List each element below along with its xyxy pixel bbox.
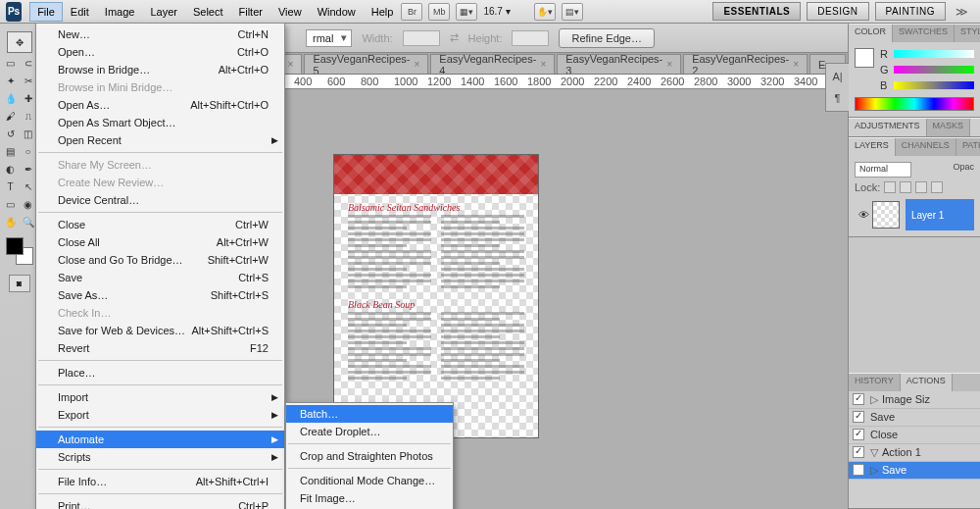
- path-tool[interactable]: ↖: [21, 178, 36, 194]
- submenu-item[interactable]: Crop and Straighten Photos: [286, 447, 453, 465]
- submenu-item[interactable]: Batch…: [286, 405, 453, 423]
- menu-help[interactable]: Help: [364, 2, 402, 22]
- menu-item[interactable]: Scripts▶: [36, 448, 284, 466]
- minibridge-icon[interactable]: Mb: [428, 3, 450, 21]
- submenu-item[interactable]: Fit Image…: [286, 489, 453, 507]
- character-icon[interactable]: A|: [828, 68, 847, 85]
- mode-select[interactable]: rmal: [306, 29, 352, 47]
- menu-item[interactable]: RevertF12: [36, 339, 284, 357]
- swap-icon[interactable]: ⇄: [450, 31, 459, 44]
- color-swatch[interactable]: [855, 48, 874, 68]
- lock-all-icon[interactable]: [931, 181, 943, 193]
- document-tab[interactable]: EasyVeganRecipes-2×: [683, 54, 808, 74]
- action-row[interactable]: ▽Action 1: [849, 444, 980, 462]
- document[interactable]: Balsamic Seitan Sandwiches Black Bean So…: [333, 154, 539, 438]
- tab-actions[interactable]: ACTIONS: [901, 374, 953, 391]
- workspace-essentials[interactable]: ESSENTIALS: [712, 2, 801, 21]
- menu-file[interactable]: File: [29, 2, 63, 22]
- close-icon[interactable]: ×: [540, 59, 546, 70]
- workspace-design[interactable]: DESIGN: [807, 2, 868, 21]
- layer-thumbnail[interactable]: [872, 201, 900, 229]
- action-row[interactable]: ▷Image Siz: [849, 391, 980, 409]
- menu-item[interactable]: Open Recent▶: [36, 131, 284, 149]
- close-icon[interactable]: ×: [793, 59, 799, 70]
- tab-history[interactable]: HISTORY: [849, 374, 901, 391]
- menu-item[interactable]: Save As…Shift+Ctrl+S: [36, 286, 284, 304]
- menu-item[interactable]: Automate▶: [36, 431, 284, 448]
- b-slider[interactable]: [894, 81, 974, 89]
- marquee-tool[interactable]: ▭: [3, 55, 19, 71]
- menu-item[interactable]: File Info…Alt+Shift+Ctrl+I: [36, 473, 284, 490]
- color-swatches[interactable]: [6, 237, 33, 265]
- menu-view[interactable]: View: [270, 2, 310, 22]
- viewextras-icon[interactable]: ▦▾: [456, 3, 477, 21]
- checkbox-icon[interactable]: [853, 429, 864, 440]
- menu-item[interactable]: CloseCtrl+W: [36, 216, 284, 233]
- action-row[interactable]: Close: [849, 427, 980, 444]
- 3d-tool[interactable]: ◉: [21, 196, 36, 212]
- menu-item[interactable]: Close and Go To Bridge…Shift+Ctrl+W: [36, 251, 284, 269]
- bridge-icon[interactable]: Br: [401, 3, 422, 21]
- lock-position-icon[interactable]: [915, 181, 927, 193]
- brush-tool[interactable]: 🖌: [3, 108, 19, 124]
- document-tab[interactable]: EasyVeganRecipes-3×: [557, 54, 681, 74]
- document-tab[interactable]: EasyVeganRecipes-5×: [304, 54, 428, 74]
- tab-paths[interactable]: PATH: [956, 138, 980, 156]
- checkbox-icon[interactable]: [853, 446, 864, 458]
- submenu-item[interactable]: Conditional Mode Change…: [286, 472, 453, 489]
- layer-row[interactable]: 👁 Layer 1: [855, 199, 974, 230]
- checkbox-icon[interactable]: [853, 464, 864, 476]
- lasso-tool[interactable]: ⊂: [21, 55, 36, 71]
- arrange-icon[interactable]: ▤▾: [562, 3, 583, 21]
- menu-item[interactable]: Save for Web & Devices…Alt+Shift+Ctrl+S: [36, 322, 284, 339]
- spectrum-bar[interactable]: [855, 97, 974, 111]
- zoom-level[interactable]: 16.7 ▾: [483, 6, 528, 17]
- gradient-tool[interactable]: ▤: [3, 143, 19, 159]
- workspace-more-icon[interactable]: ≫: [952, 5, 972, 19]
- blendmode-select[interactable]: Normal: [855, 162, 911, 178]
- action-row[interactable]: Save: [849, 409, 980, 427]
- menu-item[interactable]: Export▶: [36, 406, 284, 424]
- eraser-tool[interactable]: ◫: [21, 126, 36, 141]
- menu-item[interactable]: Import▶: [36, 388, 284, 406]
- menu-item[interactable]: Browse in Bridge…Alt+Ctrl+O: [36, 61, 284, 78]
- menu-item[interactable]: Print…Ctrl+P: [36, 497, 284, 509]
- shape-tool[interactable]: ▭: [3, 196, 19, 212]
- menu-item[interactable]: SaveCtrl+S: [36, 269, 284, 286]
- menu-item[interactable]: Open As…Alt+Shift+Ctrl+O: [36, 96, 284, 114]
- tab-masks[interactable]: MASKS: [927, 119, 971, 136]
- tab-layers[interactable]: LAYERS: [849, 138, 896, 156]
- checkbox-icon[interactable]: [853, 411, 864, 423]
- menu-layer[interactable]: Layer: [142, 2, 185, 22]
- quickmask-button[interactable]: ◙: [9, 275, 30, 292]
- menu-filter[interactable]: Filter: [231, 2, 270, 22]
- history-brush-tool[interactable]: ↺: [3, 126, 19, 141]
- action-row-selected[interactable]: ▷Save: [849, 462, 980, 480]
- type-tool[interactable]: T: [3, 178, 19, 194]
- menu-item[interactable]: Close AllAlt+Ctrl+W: [36, 233, 284, 251]
- crop-tool[interactable]: ✂: [21, 73, 36, 88]
- menu-select[interactable]: Select: [185, 2, 231, 22]
- tab-color[interactable]: COLOR: [849, 25, 893, 42]
- height-field[interactable]: [512, 30, 549, 46]
- menu-item[interactable]: Place…: [36, 364, 284, 382]
- hand-tool[interactable]: ✋: [3, 214, 19, 229]
- blur-tool[interactable]: ○: [21, 143, 36, 159]
- tab-styles[interactable]: STYL: [955, 25, 980, 42]
- menu-item[interactable]: Device Central…: [36, 191, 284, 209]
- refine-edge-button[interactable]: Refine Edge…: [559, 28, 655, 48]
- layer-name[interactable]: Layer 1: [906, 199, 974, 230]
- visibility-icon[interactable]: 👁: [855, 209, 872, 221]
- tab-channels[interactable]: CHANNELS: [896, 138, 956, 156]
- menu-image[interactable]: Image: [97, 2, 143, 22]
- menu-item[interactable]: New…Ctrl+N: [36, 25, 284, 43]
- lock-trans-icon[interactable]: [884, 181, 896, 193]
- workspace-painting[interactable]: PAINTING: [875, 2, 946, 21]
- lock-pixels-icon[interactable]: [900, 181, 911, 193]
- wand-tool[interactable]: ✦: [3, 73, 19, 88]
- close-icon[interactable]: ×: [666, 59, 672, 70]
- submenu-item[interactable]: Create Droplet…: [286, 423, 453, 440]
- eyedropper-tool[interactable]: 💧: [3, 90, 19, 106]
- close-icon[interactable]: ×: [414, 59, 419, 70]
- r-slider[interactable]: [894, 50, 974, 58]
